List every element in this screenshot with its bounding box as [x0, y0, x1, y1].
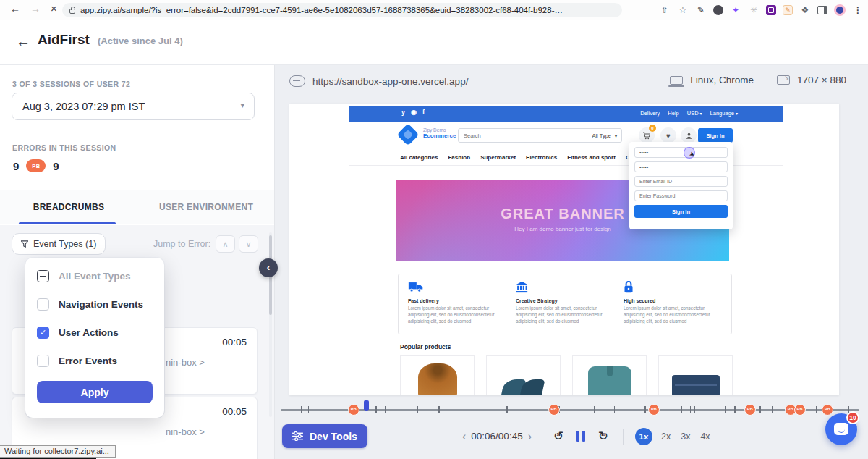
- filter-option-user-actions[interactable]: User Actions: [37, 327, 119, 339]
- tab-user-environment[interactable]: USER ENVIRONMENT: [137, 190, 275, 224]
- event-time: 00:05: [222, 337, 247, 348]
- error-marker[interactable]: PB: [348, 404, 359, 416]
- currency-select[interactable]: USD▾: [687, 110, 702, 117]
- jump-next-error-button[interactable]: ∨: [239, 235, 258, 253]
- violet-extension-icon[interactable]: [766, 5, 776, 15]
- feature-fast-delivery: Fast delivery Lorem ipsum dolor sit amet…: [408, 281, 506, 327]
- puzzle-extensions-icon[interactable]: ❖: [799, 5, 811, 15]
- dev-tools-button[interactable]: Dev Tools: [282, 424, 367, 448]
- speed-3x[interactable]: 3x: [681, 431, 690, 442]
- apply-button[interactable]: Apply: [37, 381, 153, 403]
- browser-close-icon[interactable]: ×: [51, 2, 57, 14]
- filter-option-error-events[interactable]: Error Events: [37, 355, 117, 367]
- email-field[interactable]: [634, 176, 728, 187]
- speed-2x[interactable]: 2x: [661, 431, 671, 442]
- speed-1x[interactable]: 1x: [635, 428, 652, 445]
- facebook-icon[interactable]: f: [422, 109, 425, 116]
- replayed-page-url[interactable]: https://sandbox-app-one.vercel.app/: [312, 76, 468, 87]
- search-category-select[interactable]: All Type▾: [587, 132, 621, 139]
- error-marker[interactable]: PB: [648, 404, 660, 416]
- timeline[interactable]: PBPBPBPBPBPBPB: [281, 404, 859, 416]
- session-select[interactable]: Aug 3, 2023 07:29 pm IST ▾: [12, 93, 255, 120]
- site-signin-button[interactable]: Sign In: [698, 128, 733, 143]
- error-marker[interactable]: PB: [744, 404, 756, 416]
- bank-icon: [516, 281, 614, 295]
- timeline-tick: [760, 406, 761, 413]
- error-summary: 9 PB 9: [13, 159, 59, 172]
- product-card[interactable]: [658, 355, 733, 395]
- browser-menu-icon[interactable]: ⋮: [852, 5, 864, 15]
- sidebar-collapse-button[interactable]: ‹: [259, 258, 278, 277]
- address-bar-url[interactable]: app.zipy.ai/sample/?is_error=false&id=2c…: [80, 6, 563, 14]
- error-type-badge[interactable]: PB: [26, 159, 46, 172]
- checkbox-checked-icon[interactable]: [37, 327, 49, 339]
- nav-electronics[interactable]: Electronics: [526, 154, 557, 161]
- notes-extension-icon[interactable]: ✎: [783, 5, 793, 15]
- bookmark-star-icon[interactable]: ☆: [677, 5, 689, 15]
- site-brand[interactable]: Zipy Demo Ecommerce: [423, 127, 456, 139]
- next-chevron-icon[interactable]: ›: [523, 430, 537, 443]
- site-logo[interactable]: [396, 123, 419, 146]
- lock-icon: [624, 281, 722, 295]
- speed-4x[interactable]: 4x: [700, 431, 710, 442]
- popup-signin-button[interactable]: Sign In: [634, 205, 728, 218]
- twitter-icon[interactable]: y: [401, 109, 405, 116]
- site-search-input[interactable]: [459, 132, 587, 139]
- delivery-link[interactable]: Delivery: [640, 110, 660, 117]
- browser-forward-icon[interactable]: →: [30, 3, 41, 14]
- chat-widget-button[interactable]: 10: [825, 413, 857, 445]
- account-button[interactable]: [681, 127, 697, 143]
- product-card[interactable]: [572, 355, 647, 395]
- feature-creative-strategy: Creative Strategy Lorem ipsum dolor sit …: [516, 281, 614, 327]
- checkbox-unchecked-icon[interactable]: [37, 355, 49, 367]
- nav-fashion[interactable]: Fashion: [448, 154, 470, 161]
- cart-button[interactable]: 0: [639, 127, 655, 143]
- language-select[interactable]: Language▾: [710, 110, 738, 117]
- jump-previous-error-button[interactable]: ∧: [216, 235, 235, 253]
- screen-resolution-icon: [777, 75, 790, 85]
- nav-fitness[interactable]: Fitness and sport: [567, 154, 616, 161]
- pause-button[interactable]: [570, 431, 592, 442]
- caret-down-icon: ▾: [700, 111, 702, 116]
- browser-back-icon[interactable]: ←: [10, 3, 20, 14]
- share-icon[interactable]: ⇧: [659, 5, 671, 15]
- nav-supermarket[interactable]: Supermarket: [480, 154, 516, 161]
- help-link[interactable]: Help: [668, 110, 678, 117]
- errors-label: ERRORS IN THIS SESSION: [12, 143, 116, 152]
- timeline-tick: [594, 406, 595, 413]
- side-panel-icon[interactable]: [817, 6, 827, 14]
- tab-breadcrumbs[interactable]: BREADCRUMBS: [0, 190, 137, 224]
- caret-down-icon: ▾: [615, 133, 617, 138]
- error-marker[interactable]: PB: [794, 404, 806, 416]
- profile-avatar[interactable]: [834, 4, 846, 16]
- zipy-session-replay-page: ← → × app.zipy.ai/sample/?is_error=false…: [0, 0, 868, 459]
- signin-pass-field[interactable]: [634, 161, 728, 172]
- instagram-icon[interactable]: ◉: [411, 109, 417, 116]
- round-extension-icon[interactable]: [713, 5, 723, 15]
- error-marker[interactable]: PB: [822, 404, 833, 416]
- checkbox-indeterminate-icon[interactable]: [37, 270, 49, 282]
- ai-sparkle-extension-icon[interactable]: ✦: [730, 5, 741, 15]
- back-arrow-icon[interactable]: ←: [16, 33, 30, 50]
- wishlist-button[interactable]: ♥: [660, 127, 676, 143]
- address-bar[interactable]: app.zipy.ai/sample/?is_error=false&id=2c…: [62, 3, 622, 17]
- site-topbar: y ◉ f Delivery Help USD▾ Language▾: [349, 106, 783, 122]
- dim-extension-icon[interactable]: ✳: [748, 5, 760, 15]
- timeline-tick: [461, 406, 462, 413]
- password-field[interactable]: [634, 190, 728, 201]
- filter-option-navigation-events[interactable]: Navigation Events: [37, 298, 143, 311]
- rewind-10-icon[interactable]: ↺10: [547, 429, 570, 444]
- event-types-filter-button[interactable]: Event Types (1): [12, 233, 106, 255]
- previous-chevron-icon[interactable]: ‹: [457, 430, 471, 443]
- product-card[interactable]: [400, 355, 475, 395]
- signin-user-field[interactable]: [634, 147, 728, 158]
- product-card[interactable]: [486, 355, 561, 395]
- playhead[interactable]: [364, 400, 369, 411]
- filter-option-all-event-types[interactable]: All Event Types: [37, 270, 131, 282]
- checkbox-unchecked-icon[interactable]: [37, 298, 49, 311]
- chat-bubble-icon: [834, 423, 848, 435]
- pen-extension-icon[interactable]: ✎: [695, 5, 707, 15]
- error-marker[interactable]: PB: [548, 404, 560, 416]
- nav-all-categories[interactable]: All categories: [400, 154, 438, 161]
- forward-10-icon[interactable]: ↻10: [592, 429, 615, 444]
